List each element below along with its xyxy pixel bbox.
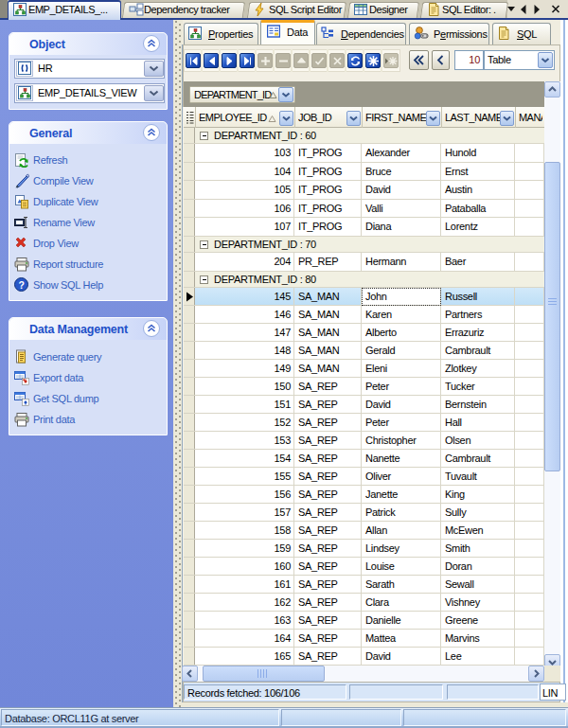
svg-text:?: ? [18,279,24,291]
